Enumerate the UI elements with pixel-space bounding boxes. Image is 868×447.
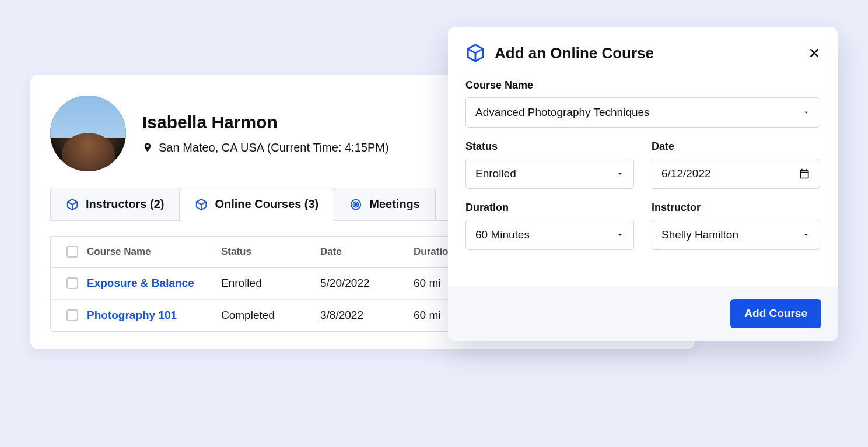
select-duration-value: 60 Minutes	[475, 228, 530, 241]
field-instructor: Instructor Shelly Hamilton	[652, 202, 820, 250]
input-date-value: 6/12/2022	[662, 167, 711, 180]
modal-footer: Add Course	[448, 286, 838, 341]
tab-instructors-label: Instructors (2)	[86, 198, 164, 211]
label-date: Date	[652, 140, 820, 153]
chevron-down-icon	[802, 108, 810, 117]
row-date: 5/20/2022	[320, 277, 414, 290]
tab-online-courses-label: Online Courses (3)	[215, 198, 318, 211]
calendar-icon	[799, 168, 810, 179]
cube-icon	[466, 43, 485, 63]
location-pin-icon	[142, 141, 153, 154]
tab-meetings-label: Meetings	[369, 198, 420, 211]
field-date: Date 6/12/2022	[652, 140, 820, 189]
row-checkbox[interactable]	[66, 309, 78, 321]
select-duration[interactable]: 60 Minutes	[466, 220, 634, 250]
modal-title: Add an Online Course	[495, 44, 654, 62]
chevron-down-icon	[802, 231, 810, 239]
col-date: Date	[320, 246, 414, 258]
select-course-name-value: Advanced Photography Techniques	[475, 106, 650, 119]
select-instructor[interactable]: Shelly Hamilton	[652, 220, 820, 250]
select-status-value: Enrolled	[475, 167, 516, 180]
field-status: Status Enrolled	[466, 140, 634, 189]
input-date[interactable]: 6/12/2022	[652, 159, 820, 189]
field-course-name: Course Name Advanced Photography Techniq…	[466, 79, 820, 128]
course-link[interactable]: Photography 101	[87, 309, 221, 322]
col-status: Status	[221, 246, 320, 258]
tab-instructors[interactable]: Instructors (2)	[50, 188, 180, 220]
modal-header: Add an Online Course	[448, 27, 838, 69]
add-course-button[interactable]: Add Course	[730, 299, 821, 328]
svg-point-2	[355, 203, 357, 206]
tab-online-courses[interactable]: Online Courses (3)	[179, 188, 334, 220]
row-checkbox[interactable]	[66, 277, 78, 289]
col-course-name: Course Name	[87, 246, 221, 258]
row-date: 3/8/2022	[320, 309, 414, 322]
cube-icon	[195, 198, 208, 211]
chevron-down-icon	[616, 231, 624, 239]
avatar	[50, 96, 126, 171]
tab-meetings[interactable]: Meetings	[334, 188, 436, 220]
select-instructor-value: Shelly Hamilton	[662, 228, 738, 241]
row-status: Enrolled	[221, 277, 320, 290]
bullseye-icon	[349, 198, 362, 211]
field-duration: Duration 60 Minutes	[466, 202, 634, 250]
chevron-down-icon	[616, 170, 624, 178]
select-all-checkbox[interactable]	[66, 246, 78, 258]
add-course-modal: Add an Online Course Course Name Advance…	[448, 27, 838, 341]
row-status: Completed	[221, 309, 320, 322]
label-course-name: Course Name	[466, 79, 820, 91]
cube-icon	[66, 198, 79, 211]
label-status: Status	[466, 140, 634, 153]
label-duration: Duration	[466, 202, 634, 214]
modal-body: Course Name Advanced Photography Techniq…	[448, 69, 838, 286]
label-instructor: Instructor	[652, 202, 820, 214]
course-link[interactable]: Exposure & Balance	[87, 277, 221, 290]
close-icon[interactable]	[808, 47, 820, 59]
profile-location-text: San Mateo, CA USA (Current Time: 4:15PM)	[159, 141, 389, 154]
select-status[interactable]: Enrolled	[466, 159, 634, 189]
select-course-name[interactable]: Advanced Photography Techniques	[466, 97, 820, 128]
